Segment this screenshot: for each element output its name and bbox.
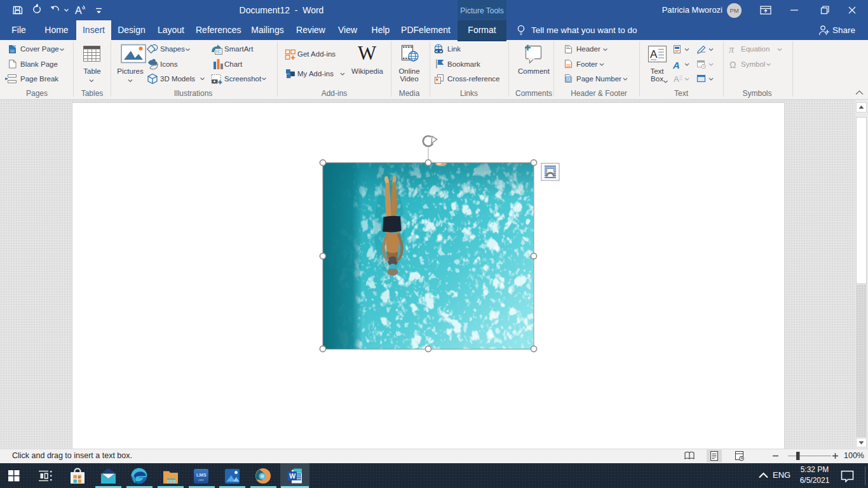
svg-text:A: A xyxy=(674,74,679,84)
svg-text:A: A xyxy=(75,5,82,16)
svg-text:W: W xyxy=(289,472,295,480)
svg-text:care: care xyxy=(198,478,204,482)
svg-text:α: α xyxy=(78,475,80,479)
svg-text:LMS: LMS xyxy=(196,472,207,478)
svg-text:π: π xyxy=(729,44,735,55)
svg-text:A: A xyxy=(672,60,680,71)
svg-text:A: A xyxy=(650,48,658,60)
svg-text:W: W xyxy=(358,42,377,64)
svg-text:Ω: Ω xyxy=(729,60,736,70)
svg-text:#: # xyxy=(567,77,569,81)
